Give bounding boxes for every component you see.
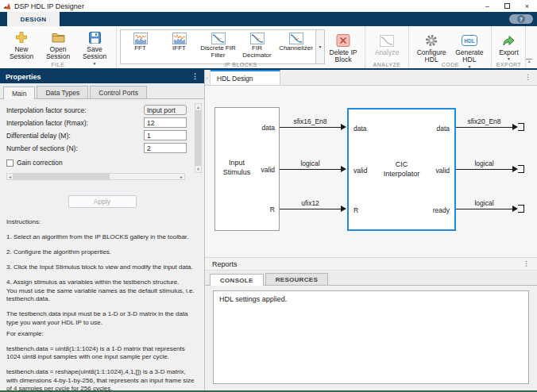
gain-correction-label: Gain correction [17,159,63,167]
tab-resources[interactable]: RESOURCES [265,273,328,285]
interp-source-label: Interpolation factor source: [6,106,87,114]
ribbon-group-code: Configure HDL HDL Generate HDL ▼ CODE [409,26,492,68]
gallery-item-fir-decimator[interactable]: FIR Decimator [238,30,276,63]
file-group-label: FILE [0,62,116,67]
design-area: ▪ HDL Design ⋮ Input Stimulus data valid… [205,70,537,390]
panel-splitter-handle[interactable]: ▪ [205,70,211,85]
gallery-item-discrete-fir-filter[interactable]: Discrete FIR Filter [199,30,238,63]
signal-wire-valid[interactable] [280,169,341,170]
scrollbar-thumb[interactable] [13,174,110,179]
analyze-group-label: ANALYZE [365,62,408,67]
help-icon: ? [517,15,525,23]
save-session-button[interactable]: Save Session ▼ [76,29,113,66]
app-window: DSP HDL IP Designer – × DESIGN ? New Ses… [0,0,537,392]
instructions-line: Instructions: [6,218,198,226]
port-data-in: data [353,125,367,133]
configure-hdl-button[interactable]: Configure HDL [412,32,450,64]
tab-data-types[interactable]: Data Types [37,86,88,98]
properties-panel: Properties ⋮ Main Data Types Control Por… [0,70,205,390]
collapse-ribbon-button[interactable]: ▲ [526,59,532,63]
block-name: Input Stimulus [218,159,255,177]
analyze-icon [380,33,394,48]
properties-header: Properties ⋮ [0,70,204,83]
chevron-down-icon: ▼ [507,57,511,61]
hdl-design-tabstrip: ▪ HDL Design ⋮ [205,70,537,86]
save-icon [89,30,101,44]
ribbon-group-file: New Session Open Session Save Session ▼ … [0,26,117,68]
gallery-expand-button[interactable]: ▼ [315,30,324,63]
field-row: Number of sections (N): 2 [6,143,198,153]
interp-source-dropdown[interactable]: Input port [144,105,187,115]
tab-hdl-design[interactable]: HDL Design [211,70,280,85]
reports-title: Reports [212,260,238,268]
port-r-in: R [353,206,358,214]
hdl-design-menu-icon[interactable]: ⋮ [524,74,531,81]
scrollbar-thumb[interactable] [195,110,201,166]
delete-ip-block-button[interactable]: Delete IP Block [325,32,361,64]
signal-wire-r[interactable] [280,209,341,209]
apply-button[interactable]: Apply [68,195,137,208]
reports-menu-icon[interactable]: ⋮ [523,260,530,267]
analyze-button[interactable]: Analyze [369,32,405,56]
chevron-down-icon: ▼ [319,45,323,49]
tab-console[interactable]: CONSOLE [210,274,264,286]
output-terminal-icon [518,205,524,213]
instructions-line: 1. Select an algorithm from the IP BLOCK… [6,233,198,241]
reports-header: Reports ⋮ [205,258,537,271]
title-bar: DSP HDL IP Designer – × [0,0,537,12]
reports-tabs: CONSOLE RESOURCES [205,271,537,286]
cic-interpolator-block[interactable]: CIC Interpolator data valid R data valid… [347,108,456,231]
port-valid-in: valid [353,167,367,175]
num-sections-input[interactable]: 2 [144,143,187,153]
open-session-button[interactable]: Open Session [40,29,76,61]
tab-control-ports[interactable]: Control Ports [90,86,147,98]
interp-factor-input[interactable]: 12 [144,117,187,128]
signal-wire-valid-out[interactable] [456,169,512,170]
export-arrow-icon [502,33,515,48]
port-r-out: R [270,206,275,213]
delete-icon [336,33,350,48]
port-valid-out: valid [436,167,450,175]
console-panel: HDL settings applied. [205,286,537,390]
plus-icon [15,30,28,44]
port-data-out: data [261,124,275,132]
instructions-line: testbench.data = uint8(1:1:1024) is a 1-… [6,345,198,362]
instructions-line: You must use the same variable names as … [6,287,198,304]
field-row: Interpolation factor source: Input port [6,105,198,115]
help-button[interactable]: ? [509,14,533,24]
minimize-button[interactable]: – [477,0,497,12]
fir-decimator-icon [250,33,265,45]
gain-correction-checkbox[interactable] [6,159,14,167]
horizontal-scrollbar[interactable]: ◄ ► [6,173,185,180]
gallery-item-channelizer[interactable]: Channelizer [276,30,315,63]
properties-tabs: Main Data Types Control Ports [0,83,204,99]
hdl-design-canvas[interactable]: Input Stimulus data valid R CIC Interpol… [205,86,537,258]
maximize-button[interactable] [497,0,517,12]
properties-menu-icon[interactable]: ⋮ [191,73,199,80]
maximize-icon [504,3,510,9]
instructions-text: Instructions: 1. Select an algorithm fro… [0,211,204,390]
signal-type-label: logical [456,199,512,207]
gallery-item-ifft[interactable]: IFFT [160,30,199,63]
tab-design[interactable]: DESIGN [7,12,60,26]
signal-wire-data-out[interactable] [456,127,512,128]
output-terminal-icon [518,123,524,131]
console-output[interactable]: HDL settings applied. [213,290,529,384]
signal-type-label: sfix16_En8 [280,117,341,125]
close-button[interactable]: × [517,0,537,12]
gallery-item-fft[interactable]: FFT [121,30,160,63]
tab-main[interactable]: Main [3,86,35,99]
scroll-right-icon: ► [180,175,184,179]
diff-delay-input[interactable]: 1 [144,130,187,140]
export-button[interactable]: Export ▼ [495,32,522,61]
new-session-button[interactable]: New Session [3,29,40,61]
input-stimulus-block[interactable]: Input Stimulus data valid R [214,107,280,231]
signal-wire-ready-out[interactable] [456,209,512,209]
ribbon-group-ip-blocks: FFT IFFT Discrete FIR Filter [117,26,365,68]
vertical-scrollbar[interactable]: ▲ ▼ [195,103,202,173]
field-row: Interpolation factor (Rmax): 12 [6,117,198,128]
port-valid-out: valid [261,166,275,174]
window-title: DSP HDL IP Designer [14,2,84,10]
signal-type-label: logical [456,159,512,167]
signal-wire-data[interactable] [280,127,341,128]
